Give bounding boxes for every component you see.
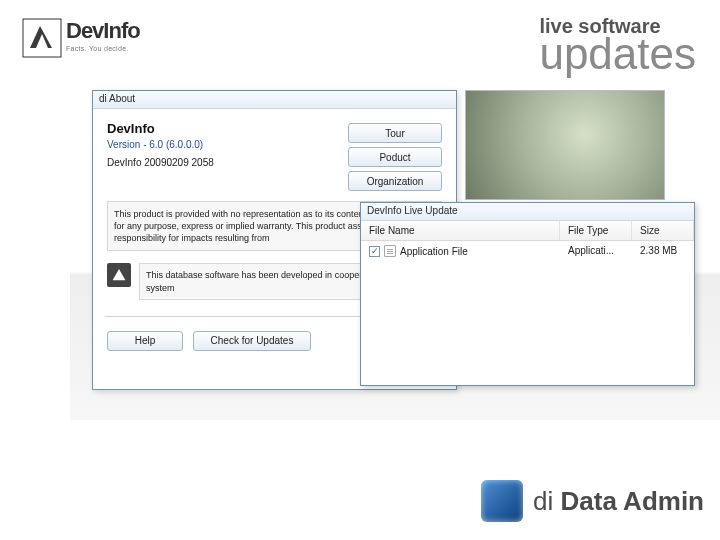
brand-name: DevInfo [66,18,140,44]
help-button[interactable]: Help [107,331,183,351]
live-update-window: DevInfo Live Update File Name File Type … [360,202,695,386]
update-list-header: File Name File Type Size [361,221,694,241]
stage-area: di About DevInfo Version - 6.0 (6.0.0.0)… [70,90,720,420]
col-file-type[interactable]: File Type [560,221,632,240]
file-icon [384,245,396,257]
row-file-type: Applicati... [560,244,632,258]
about-product-name: DevInfo [107,121,214,136]
footer-rest: Data Admin [553,486,704,516]
tour-button[interactable]: Tour [348,123,442,143]
title-big: updates [539,32,696,76]
about-titlebar[interactable]: di About [93,91,456,109]
about-version: Version - 6.0 (6.0.0.0) [107,139,214,150]
devinfo-logo-icon [22,18,62,58]
row-file-size: 2.38 MB [632,244,694,258]
organization-button[interactable]: Organization [348,171,442,191]
col-file-name[interactable]: File Name [361,221,560,240]
product-button[interactable]: Poduct [348,147,442,167]
footer-text: di Data Admin [533,486,704,517]
update-list-row[interactable]: ✓ Application File Applicati... 2.38 MB [361,241,694,261]
footer: di Data Admin [481,480,704,522]
footer-app-icon [481,480,523,522]
database-icon [107,263,131,287]
col-size[interactable]: Size [632,221,694,240]
footer-di: di [533,486,553,516]
page-title: live software updates [539,16,696,76]
row-file-name: Application File [400,246,468,257]
brand-tagline: Facts. You decide. [66,45,140,52]
update-titlebar[interactable]: DevInfo Live Update [361,203,694,221]
row-checkbox[interactable]: ✓ [369,246,380,257]
background-thumbnail [465,90,665,200]
brand-header: DevInfo Facts. You decide. [22,18,140,58]
check-updates-button[interactable]: Check for Updates [193,331,311,351]
about-build: DevInfo 20090209 2058 [107,157,214,168]
